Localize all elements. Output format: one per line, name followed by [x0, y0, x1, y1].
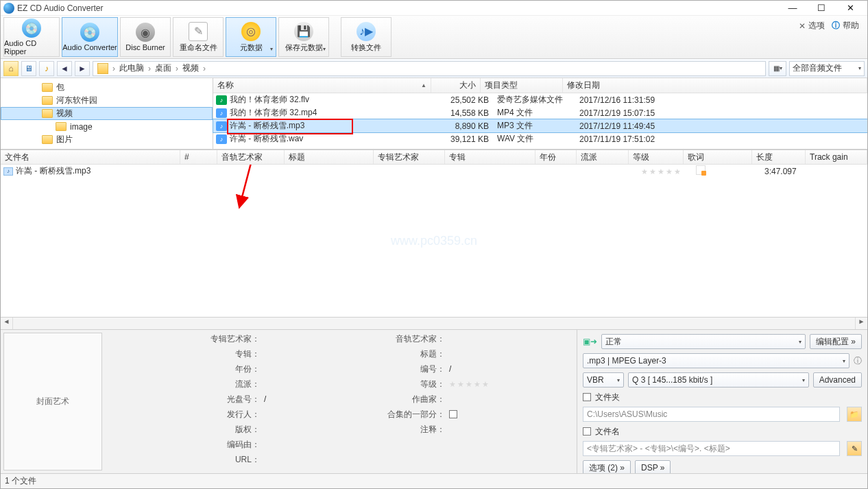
folder-icon	[97, 63, 108, 74]
file-row[interactable]: ♪ 许嵩 - 断桥残雪.wav 39,121 KB WAV 文件 2017/11…	[213, 132, 867, 145]
col-type[interactable]: 项目类型	[481, 78, 563, 93]
lbl-title: 标题：	[420, 348, 445, 360]
minimize-button[interactable]: —	[778, 1, 807, 16]
tree-item-pic[interactable]: 图片	[1, 133, 213, 146]
metadata-button[interactable]: ◎元数据▾	[226, 17, 276, 57]
rename-files-button[interactable]: ✎重命名文件	[173, 17, 224, 57]
disc-burner-button[interactable]: ◉Disc Burner	[120, 17, 171, 57]
help-icon: ⓘ	[832, 20, 840, 32]
converter-label: Audio Converter	[62, 43, 117, 51]
filename-label: 文件名	[595, 426, 620, 438]
file-date: 2017/11/19 17:51:02	[575, 134, 867, 144]
qcol-trackgain[interactable]: Track gain	[806, 150, 867, 164]
output-folder-field[interactable]: C:\Users\ASUS\Music	[583, 407, 840, 422]
breadcrumb-pc[interactable]: 此电脑	[119, 62, 144, 74]
folder-icon	[42, 109, 53, 118]
qcol-title[interactable]: 标题	[285, 150, 374, 164]
convert-files-button[interactable]: ♪▶转换文件	[341, 17, 391, 57]
maximize-button[interactable]: ☐	[807, 1, 836, 16]
file-list-header[interactable]: 名称▲ 大小 项目类型 修改日期	[213, 78, 867, 93]
mode-select[interactable]: VBR▾	[583, 372, 624, 387]
val-discnum[interactable]: /	[264, 393, 346, 405]
browse-folder-button[interactable]: 📁	[847, 407, 862, 422]
qcol-trackartist[interactable]: 音轨艺术家	[217, 150, 285, 164]
qcol-filename[interactable]: 文件名	[1, 150, 180, 164]
profile-select[interactable]: 正常▾	[601, 334, 806, 349]
view-select-button[interactable]: ▦ ▾	[769, 61, 786, 76]
tree-item-bao[interactable]: 包	[1, 81, 213, 94]
audio-converter-button[interactable]: 💿Audio Converter	[62, 17, 118, 57]
lbl-genre: 流派：	[235, 378, 260, 390]
breadcrumb-desktop[interactable]: 桌面	[155, 62, 171, 74]
file-row[interactable]: ♪ 我的！体育老师 32.flv 25,502 KB 爱奇艺多媒体文件 2017…	[213, 93, 867, 106]
save-metadata-button[interactable]: 💾保存元数据▾	[278, 17, 329, 57]
audio-cd-ripper-button[interactable]: 💿Audio CD Ripper	[3, 17, 60, 57]
output-filename-field[interactable]: <专辑艺术家> - <专辑>\<编号>. <标题>	[583, 441, 840, 456]
col-name[interactable]: 名称▲	[213, 78, 431, 93]
tree-item-hedong[interactable]: 河东软件园	[1, 94, 213, 107]
tree-item-image[interactable]: image	[1, 120, 213, 133]
folder-checkbox[interactable]	[583, 393, 591, 401]
tree-item-video[interactable]: 视频	[1, 107, 213, 120]
file-list: 名称▲ 大小 项目类型 修改日期 ♪ 我的！体育老师 32.flv 25,502…	[213, 78, 867, 149]
lbl-copyright: 版权：	[235, 423, 260, 436]
qcol-albumartist[interactable]: 专辑艺术家	[374, 150, 445, 164]
queue-row[interactable]: ♪ 许嵩 - 断桥残雪.mp3 ★★★★★ 3:47.097	[1, 165, 867, 178]
computer-button[interactable]: 🖥	[21, 61, 36, 76]
options-link[interactable]: ✕选项	[799, 20, 825, 32]
qcol-length[interactable]: 长度	[752, 150, 806, 164]
rating-stars[interactable]: ★★★★★	[641, 167, 696, 176]
col-date[interactable]: 修改日期	[563, 78, 867, 93]
val-partof[interactable]	[449, 408, 572, 420]
folder-tree[interactable]: 包 河东软件园 视频 image 图片	[1, 78, 213, 149]
compilation-checkbox[interactable]	[449, 410, 457, 418]
close-button[interactable]: ✕	[836, 1, 865, 16]
profile-icon: ▣➜	[583, 337, 597, 346]
breadcrumb-video[interactable]: 视频	[182, 62, 199, 74]
album-art-box[interactable]: 封面艺术	[3, 333, 102, 470]
file-type-icon: ♪	[216, 121, 227, 131]
sort-indicator-icon: ▲	[421, 82, 426, 88]
music-button[interactable]: ♪	[39, 61, 54, 76]
lbl-rating: 等级：	[420, 378, 445, 390]
info-icon[interactable]: ⓘ	[854, 355, 862, 367]
folder-icon	[56, 122, 67, 131]
edit-config-button[interactable]: 编辑配置 »	[810, 334, 862, 349]
file-row[interactable]: ♪ 我的！体育老师 32.mp4 14,558 KB MP4 文件 2017/1…	[213, 106, 867, 119]
qcol-album[interactable]: 专辑	[445, 150, 535, 164]
title-bar: EZ CD Audio Converter — ☐ ✕	[1, 1, 867, 16]
file-filter-select[interactable]: 全部音频文件▾	[789, 61, 865, 76]
file-size: 14,558 KB	[444, 108, 493, 118]
audio-file-icon: ♪	[3, 167, 13, 176]
queue-body[interactable]: ♪ 许嵩 - 断桥残雪.mp3 ★★★★★ 3:47.097 www.pc035…	[1, 165, 867, 317]
qcol-num[interactable]: #	[180, 150, 217, 164]
val-rating[interactable]: ★★★★★	[449, 378, 572, 390]
help-link[interactable]: ⓘ帮助	[832, 20, 859, 32]
qcol-year[interactable]: 年份	[535, 150, 577, 164]
advanced-button[interactable]: Advanced	[813, 372, 862, 387]
qcol-lyrics[interactable]: 歌词	[684, 150, 752, 164]
quality-select[interactable]: Q 3 [ 145...185 kbit/s ]▾	[628, 372, 809, 387]
filename-checkbox[interactable]	[583, 427, 591, 436]
file-size: 8,890 KB	[444, 121, 493, 131]
nav-back-button[interactable]: ◄	[57, 61, 72, 76]
home-button[interactable]: ⌂	[3, 61, 19, 76]
col-size[interactable]: 大小	[431, 78, 481, 93]
qcol-rating[interactable]: 等级	[629, 150, 684, 164]
queue-header[interactable]: 文件名 # 音轨艺术家 标题 专辑艺术家 专辑 年份 流派 等级 歌词 长度 T…	[1, 150, 867, 165]
lbl-composer: 作曲家：	[412, 393, 445, 405]
horizontal-scrollbar[interactable]: ◄►	[1, 317, 867, 329]
lbl-publisher: 发行人：	[227, 408, 260, 420]
convert-label: 转换文件	[351, 43, 381, 53]
lyrics-edit-icon[interactable]	[696, 165, 706, 175]
breadcrumb[interactable]: › 此电脑› 桌面› 视频›	[93, 61, 766, 76]
val-tracknum[interactable]: /	[449, 363, 572, 375]
qcol-genre[interactable]: 流派	[577, 150, 629, 164]
format-select[interactable]: .mp3 | MPEG Layer-3▾	[583, 353, 849, 368]
filename-template-button[interactable]: ✎	[847, 441, 862, 456]
nav-forward-button[interactable]: ►	[75, 61, 90, 76]
file-row[interactable]: ♪ 许嵩 - 断桥残雪.mp3 8,890 KB MP3 文件 2017/12/…	[213, 119, 867, 132]
navigation-bar: ⌂ 🖥 ♪ ◄ ► › 此电脑› 桌面› 视频› ▦ ▾ 全部音频文件▾	[1, 59, 867, 78]
file-type: MP4 文件	[493, 107, 575, 119]
lbl-comment: 注释：	[420, 423, 445, 436]
